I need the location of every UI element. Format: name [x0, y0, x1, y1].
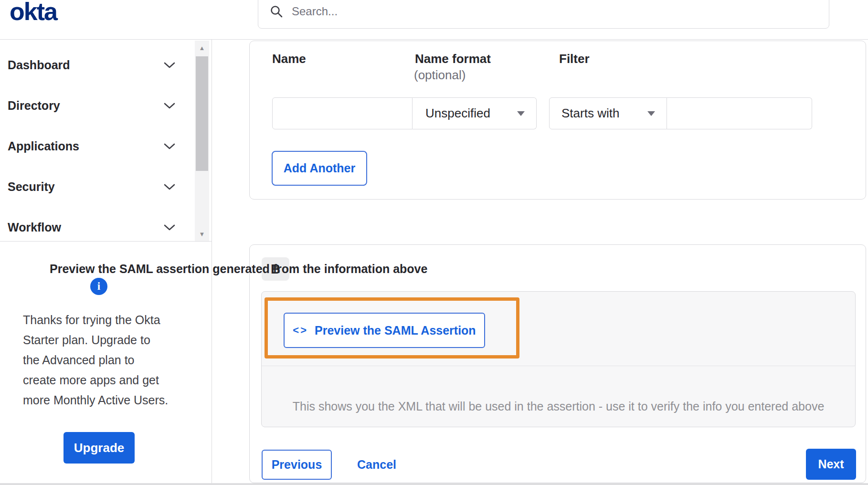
- upgrade-message: Thanks for trying the Okta Starter plan.…: [23, 310, 168, 410]
- name-format-column-label: Name format: [415, 52, 491, 66]
- filter-value-input[interactable]: [667, 98, 812, 129]
- sidebar-item-dashboard[interactable]: Dashboard: [0, 45, 195, 85]
- upgrade-message-line: Starter plan. Upgrade to: [23, 330, 168, 350]
- attribute-name-field: [272, 97, 413, 129]
- sidebar-item-workflow[interactable]: Workflow: [0, 207, 195, 248]
- upgrade-message-line: Thanks for trying the Okta: [23, 310, 168, 330]
- sidebar-nav: Dashboard Directory Applications Securit…: [0, 39, 195, 248]
- upgrade-button[interactable]: Upgrade: [64, 432, 135, 464]
- viewport-bottom-edge: [0, 483, 868, 485]
- sidebar-item-label: Directory: [8, 99, 60, 113]
- upgrade-message-line: more Monthly Active Users.: [23, 390, 168, 410]
- sidebar-item-directory[interactable]: Directory: [0, 85, 195, 126]
- panel-divider: [262, 366, 855, 366]
- name-format-selected-value: Unspecified: [413, 106, 517, 121]
- chevron-down-icon: [164, 224, 175, 231]
- chevron-down-icon: [164, 103, 175, 109]
- next-button[interactable]: Next: [806, 449, 856, 480]
- sidebar-scrollbar[interactable]: ▲ ▼: [195, 41, 209, 241]
- search-input[interactable]: [291, 4, 829, 19]
- sidebar-item-applications[interactable]: Applications: [0, 126, 195, 167]
- filter-column-label: Filter: [559, 52, 590, 66]
- code-icon: <>: [293, 324, 308, 337]
- attribute-name-input[interactable]: [273, 98, 412, 129]
- preview-saml-assertion-label: Preview the SAML Assertion: [315, 324, 476, 337]
- caret-down-icon: [647, 111, 655, 116]
- name-format-select[interactable]: Unspecified: [413, 97, 537, 129]
- filter-type-selected-value: Starts with: [550, 106, 647, 121]
- saml-preview-panel: <> Preview the SAML Assertion This shows…: [261, 291, 856, 427]
- filter-type-select[interactable]: Starts with: [549, 97, 667, 129]
- attribute-statements-card: Name Name format (optional) Filter Unspe…: [249, 41, 866, 200]
- scrollbar-thumb[interactable]: [196, 56, 208, 171]
- sidebar-item-label: Security: [8, 180, 55, 194]
- sidebar-item-label: Workflow: [8, 221, 61, 234]
- global-search: [258, 0, 829, 29]
- chevron-down-icon: [164, 62, 175, 68]
- sidebar-item-security[interactable]: Security: [0, 167, 195, 207]
- okta-admin-app: { "brand": { "logo_text": "okta", "logo_…: [0, 0, 868, 485]
- info-icon: i: [90, 278, 107, 295]
- upgrade-message-line: the Advanced plan to: [23, 350, 168, 370]
- name-format-optional-label: (optional): [414, 68, 466, 83]
- name-column-label: Name: [272, 52, 306, 66]
- preview-saml-assertion-button[interactable]: <> Preview the SAML Assertion: [284, 313, 485, 348]
- preview-helper-text: This shows you the XML that will be used…: [262, 400, 855, 413]
- chevron-down-icon: [164, 143, 175, 149]
- chevron-down-icon: [164, 184, 175, 190]
- add-another-button[interactable]: Add Another: [272, 151, 367, 186]
- sidebar-item-label: Dashboard: [8, 58, 70, 72]
- upgrade-message-line: create more apps and get: [23, 370, 168, 390]
- sidebar-item-label: Applications: [8, 139, 79, 153]
- scroll-down-icon[interactable]: ▼: [195, 228, 209, 240]
- okta-logo[interactable]: okta: [10, 0, 57, 26]
- preview-section-title: Preview the SAML assertion generated fro…: [50, 262, 427, 276]
- scroll-up-icon[interactable]: ▲: [195, 42, 209, 54]
- caret-down-icon: [517, 111, 525, 116]
- previous-button[interactable]: Previous: [262, 450, 332, 480]
- search-icon: [270, 5, 283, 18]
- filter-value-field: [667, 97, 812, 129]
- cancel-link[interactable]: Cancel: [357, 450, 396, 480]
